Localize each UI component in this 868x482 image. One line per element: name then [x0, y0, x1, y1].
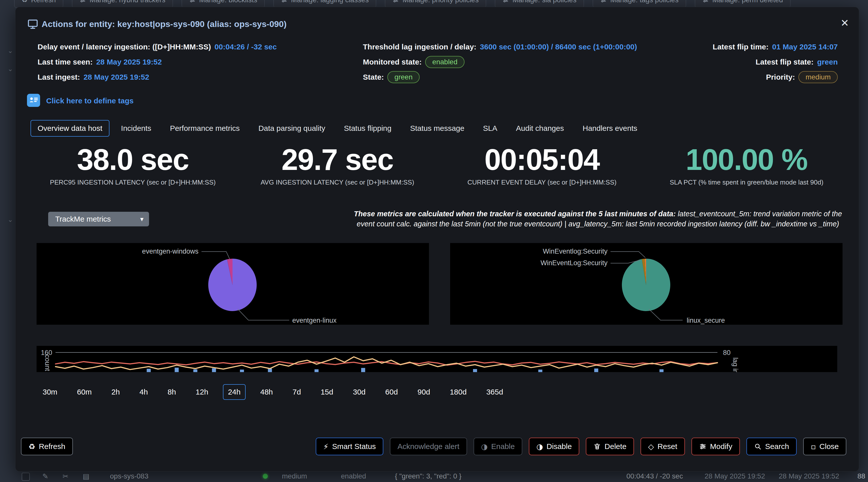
event-bar	[594, 368, 598, 372]
square-icon: ▫	[811, 442, 816, 451]
delete-button[interactable]: Delete	[586, 438, 634, 455]
close-button[interactable]: ▫Close	[803, 438, 846, 455]
pie-label-connector	[202, 252, 230, 259]
background-tab-label: Manage: blocklists	[199, 0, 257, 4]
info-column-center: Threshold lag ingestion / delay:3600 sec…	[363, 39, 637, 85]
modal-title: Actions for entity: key:host|ops-sys-090…	[41, 19, 286, 29]
edit-icon[interactable]: ✎	[42, 472, 48, 481]
time-range-60d[interactable]: 60d	[380, 384, 403, 400]
threshold-label: Threshold lag ingestion / delay:	[363, 42, 476, 51]
metric-1: 29.7 secAVG INGESTION LATENCY (sec or [D…	[235, 143, 439, 186]
time-range-30d[interactable]: 30d	[348, 384, 370, 400]
metric-0: 38.0 secPERC95 INGESTION LATENCY (sec or…	[31, 143, 235, 186]
tab-data-parsing-quality[interactable]: Data parsing quality	[251, 120, 332, 137]
event-bar	[193, 369, 197, 372]
tab-status-message[interactable]: Status message	[403, 120, 471, 137]
time-range-7d[interactable]: 7d	[287, 384, 306, 400]
time-range-365d[interactable]: 365d	[481, 384, 508, 400]
search-icon	[754, 443, 762, 450]
search-button[interactable]: Search	[746, 438, 797, 455]
metric-caption: AVG INGESTION LATENCY (sec or [D+]HH:MM:…	[260, 179, 414, 186]
background-tab-label: Manage: lagging classes	[291, 0, 369, 4]
y-axis-tick-right: 80	[723, 349, 731, 356]
button-label: Smart Status	[332, 442, 376, 451]
background-tab-label: Manage: perm deleted	[712, 0, 783, 4]
chevron-down-icon: ⌄	[7, 65, 13, 73]
latest-flip-state-value: green	[817, 58, 838, 66]
time-range-4h[interactable]: 4h	[134, 384, 153, 400]
background-tab-label: Refresh	[31, 0, 56, 4]
time-range-30m[interactable]: 30m	[38, 384, 62, 400]
metric-3: 100.00 %SLA PCT (% time spent in green/b…	[644, 143, 849, 186]
time-range-2h[interactable]: 2h	[106, 384, 125, 400]
pie-label: eventgen-windows	[142, 248, 198, 255]
modify-button[interactable]: Modify	[691, 438, 740, 455]
tags-row: Click here to define tags	[27, 94, 134, 108]
background-table-row: ✎ ✂ ▤ ops-sys-083 medium enabled { "gree…	[0, 471, 868, 482]
tab-sla[interactable]: SLA	[476, 120, 504, 137]
tab-audit-changes[interactable]: Audit changes	[509, 120, 571, 137]
enable-button[interactable]: ◑Enable	[473, 438, 523, 455]
sliders-icon	[393, 0, 399, 3]
smart-status-button[interactable]: ⚡Smart Status	[316, 438, 383, 455]
action-bar-right: ⚡Smart StatusAcknowledge alert◑Enable◑Di…	[316, 438, 846, 455]
button-label: Refresh	[39, 442, 65, 451]
button-label: Acknowledge alert	[397, 442, 459, 451]
metrics-note-bold: These metrics are calculated when the tr…	[354, 210, 676, 218]
trash-icon	[593, 443, 601, 450]
acknowledge-alert-button[interactable]: Acknowledge alert	[390, 438, 467, 455]
reset-button[interactable]: ◇Reset	[641, 438, 685, 455]
pie-label-connector	[649, 309, 683, 320]
tab-performance-metrics[interactable]: Performance metrics	[163, 120, 247, 137]
time-range-8h[interactable]: 8h	[162, 384, 181, 400]
document-icon[interactable]: ▤	[83, 472, 89, 481]
time-range-12h[interactable]: 12h	[191, 384, 213, 400]
trackme-metrics-dropdown[interactable]: TrackMe metrics ▾	[48, 212, 149, 226]
cut-icon[interactable]: ✂	[63, 472, 68, 481]
threshold-value: 3600 sec (01:00:00) / 86400 sec (1+00:00…	[480, 42, 637, 51]
sliders-icon	[80, 0, 86, 3]
lightning-icon: ⚡	[323, 442, 329, 451]
button-label: Modify	[710, 442, 732, 451]
pie-chart-sourcetypes-right: WinEventlog:SecurityWinEventLog:Security…	[450, 243, 842, 325]
button-label: Search	[765, 442, 789, 451]
time-range-48h[interactable]: 48h	[255, 384, 278, 400]
refresh-button[interactable]: ♻Refresh	[21, 438, 73, 455]
button-label: Delete	[604, 442, 626, 451]
define-tags-link[interactable]: Click here to define tags	[46, 97, 134, 105]
tab-incidents[interactable]: Incidents	[114, 120, 158, 137]
metric-caption: SLA PCT (% time spent in green/blue mode…	[670, 179, 824, 186]
time-range-180d[interactable]: 180d	[445, 384, 472, 400]
pie-label: eventgen-linux	[292, 317, 337, 324]
tab-status-flipping[interactable]: Status flipping	[337, 120, 398, 137]
row-checkbox[interactable]	[22, 473, 30, 481]
time-range-90d[interactable]: 90d	[412, 384, 435, 400]
sliders-icon	[189, 0, 196, 3]
dropdown-value: TrackMe metrics	[48, 215, 140, 223]
disable-button[interactable]: ◑Disable	[529, 438, 579, 455]
close-icon[interactable]: ✕	[840, 17, 849, 29]
y-axis-title-right: lag in	[732, 357, 739, 372]
event-bar	[314, 369, 318, 372]
status-dot-green	[263, 474, 268, 479]
event-bar	[147, 369, 151, 372]
y-axis-title-left: count	[43, 354, 51, 371]
row-flips: { "green": 3, "red": 0 }	[395, 472, 462, 480]
time-range-24h[interactable]: 24h	[223, 384, 246, 400]
event-bar	[212, 368, 216, 372]
row-trailing-value: 88	[858, 472, 865, 480]
button-label: Enable	[491, 442, 515, 451]
metric-2: 00:05:04CURRENT EVENT DELAY (sec or [D+]…	[440, 143, 644, 186]
row-priority: medium	[282, 472, 307, 480]
chevron-down-icon: ▾	[140, 215, 149, 223]
latest-flip-time-value: 01 May 2025 14:07	[772, 42, 838, 51]
delay-label: Delay event / latency ingestion: ([D+]HH…	[38, 42, 211, 51]
background-tab-label: Manage: tags policies	[610, 0, 679, 4]
time-range-60m[interactable]: 60m	[72, 384, 97, 400]
time-range-15d[interactable]: 15d	[315, 384, 338, 400]
tab-overview-data-host[interactable]: Overview data host	[31, 120, 110, 137]
priority-badge: medium	[798, 71, 838, 83]
contact-card-icon	[27, 94, 40, 108]
pie-label: WinEventLog:Security	[540, 259, 608, 267]
tab-handlers-events[interactable]: Handlers events	[576, 120, 644, 137]
